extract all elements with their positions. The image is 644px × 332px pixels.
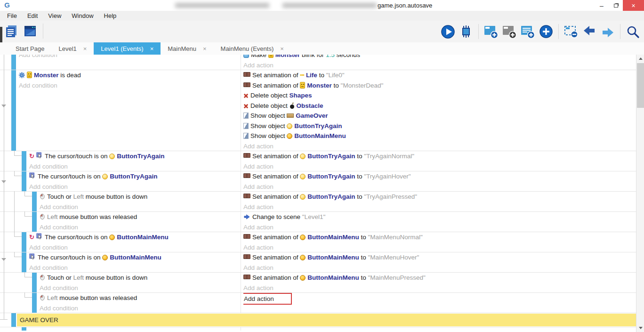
add-condition-button[interactable]: Add condition (40, 284, 78, 292)
add-condition-button[interactable]: Add condition (29, 163, 68, 170)
add-condition-button[interactable]: Add condition (40, 224, 78, 231)
comment-row: GAME OVER (0, 313, 636, 327)
button-menu-icon (300, 255, 306, 260)
action-line[interactable]: Show object ButtonMainMenu (243, 131, 636, 141)
add-action-button-highlighted[interactable]: Add action (243, 293, 292, 305)
add-comment-icon[interactable] (520, 24, 535, 39)
action-line[interactable]: Set animation of ButtonMainMenu to "Main… (243, 273, 636, 283)
tree-line (24, 216, 32, 217)
play-icon[interactable] (440, 24, 455, 39)
conditions-column: ↻The cursor/touch is on ButtonMainMenuAd… (29, 232, 241, 252)
condition-line[interactable]: The cursor/touch is on ButtonMainMenu (29, 252, 241, 263)
scene-editor-icon[interactable] (23, 24, 38, 39)
condition-line[interactable]: ↻The cursor/touch is on ButtonMainMenu (29, 232, 241, 243)
action-line[interactable]: Set animation of ButtonTryAgain to "TryA… (243, 171, 636, 182)
action-line[interactable]: Delete object Obstacle (243, 101, 636, 111)
tab-close-icon[interactable]: × (150, 45, 154, 52)
condition-line[interactable]: Touch or Left mouse button is down (40, 192, 241, 202)
menu-help[interactable]: Help (99, 11, 122, 21)
object-name: ButtonMainMenu (117, 234, 168, 241)
anim-icon (243, 72, 250, 77)
action-line[interactable]: Set animation of Monster to "MonsterDead… (243, 81, 636, 91)
tab-level1[interactable]: Level1 × (51, 42, 94, 55)
action-line[interactable]: Show object ButtonTryAgain (243, 121, 636, 131)
redo-icon[interactable] (600, 24, 615, 39)
text-segment: "MainMenuPressed" (368, 274, 426, 281)
add-action-button[interactable]: Add action (243, 203, 274, 211)
add-condition-button[interactable]: Add condition (19, 55, 57, 58)
scroll-up-icon[interactable] (636, 55, 644, 63)
object-name: Monster (34, 72, 59, 79)
add-condition-button[interactable]: Add condition (19, 82, 57, 89)
project-manager-icon[interactable] (4, 24, 19, 39)
tab-level1-events[interactable]: Level1 (Events) × (94, 42, 161, 55)
condition-line[interactable]: The cursor/touch is on ButtonTryAgain (29, 171, 241, 182)
add-action-button[interactable]: Add action (243, 183, 274, 190)
remove-event-icon[interactable] (564, 24, 579, 39)
add-action-row: Add action (243, 60, 636, 70)
text-segment: The cursor/touch is on (38, 254, 102, 261)
add-condition-button[interactable]: Add condition (29, 264, 68, 271)
add-action-button[interactable]: Add action (243, 224, 274, 231)
action-line[interactable]: Set animation of ButtonTryAgain to "TryA… (243, 192, 636, 202)
tab-close-icon[interactable]: × (280, 45, 284, 52)
tab-mainmenu-events[interactable]: MainMenu (Events) × (214, 42, 291, 55)
fold-triangle-icon[interactable] (1, 258, 6, 261)
restore-button[interactable] (609, 0, 623, 11)
tab-close-icon[interactable]: × (203, 45, 207, 52)
fold-triangle-icon[interactable] (1, 105, 6, 107)
scroll-down-icon[interactable] (636, 324, 644, 332)
menu-file[interactable]: File (2, 11, 22, 21)
add-action-button[interactable]: Add action (243, 284, 274, 292)
actions-column: Make Monster blink for 1.5 secondsAdd ac… (243, 55, 636, 70)
condition-line[interactable]: Monster is dead (19, 70, 241, 81)
action-line[interactable]: Set animation of ButtonTryAgain to "TryA… (243, 151, 636, 162)
tab-start-page[interactable]: Start Page (8, 42, 51, 55)
fold-triangle-icon[interactable] (1, 180, 6, 183)
action-line[interactable]: Set animation of ButtonMainMenu to "Main… (243, 232, 636, 243)
add-condition-button[interactable]: Add condition (29, 244, 68, 251)
object-name: ButtonMainMenu (110, 254, 161, 261)
debug-icon[interactable] (459, 24, 474, 39)
menu-view[interactable]: View (43, 11, 66, 21)
tab-close-icon[interactable]: × (83, 45, 87, 52)
action-line[interactable]: Delete object Shapes (243, 90, 636, 101)
condition-line[interactable]: Left mouse button was released (40, 212, 241, 222)
condition-line[interactable]: Touch or Left mouse button is down (40, 273, 241, 283)
add-condition-button[interactable]: Add condition (29, 183, 68, 190)
tab-mainmenu[interactable]: MainMenu × (161, 42, 213, 55)
add-action-button[interactable]: Add action (243, 62, 274, 69)
close-button[interactable]: × (623, 0, 644, 11)
blink-icon (243, 55, 249, 58)
menu-window[interactable]: Window (66, 11, 98, 21)
text-segment: Show object (250, 122, 287, 130)
condition-line[interactable]: ↻The cursor/touch is on ButtonTryAgain (29, 151, 241, 162)
add-action-button[interactable]: Add action (243, 264, 274, 271)
scrollbar-thumb[interactable] (637, 63, 644, 108)
menu-edit[interactable]: Edit (22, 11, 43, 21)
action-line[interactable]: Make Monster blink for 1.5 seconds (243, 55, 636, 60)
comment-text[interactable]: GAME OVER (17, 314, 636, 326)
action-line[interactable]: Change to scene "Level1" (243, 212, 636, 222)
add-action-button[interactable]: Add action (243, 244, 274, 251)
event-indent-bar (11, 55, 16, 70)
add-action-button[interactable]: Add action (243, 163, 274, 170)
action-line[interactable]: Set animation of •••Life to "Life0" (243, 70, 636, 81)
condition-line[interactable]: Left mouse button was released (40, 293, 241, 303)
add-circle-icon[interactable] (539, 24, 554, 39)
event-indent-bar (22, 252, 26, 272)
tree-line (14, 176, 22, 176)
add-condition-button[interactable]: Add condition (40, 203, 78, 211)
action-line[interactable]: Set animation of ButtonMainMenu to "Main… (243, 252, 636, 263)
add-action-button[interactable]: Add action (243, 143, 274, 150)
add-subevent-icon[interactable] (502, 24, 517, 39)
add-event-icon[interactable] (483, 24, 499, 39)
minimize-button[interactable]: – (595, 0, 609, 11)
undo-icon[interactable] (582, 24, 597, 39)
vertical-scrollbar[interactable] (636, 55, 644, 332)
text-segment: Touch or (47, 274, 73, 281)
search-icon[interactable] (625, 24, 640, 39)
add-condition-button[interactable]: Add condition (40, 305, 78, 312)
cursor-icon (36, 152, 43, 159)
action-line[interactable]: Show object GameOver (243, 111, 636, 121)
